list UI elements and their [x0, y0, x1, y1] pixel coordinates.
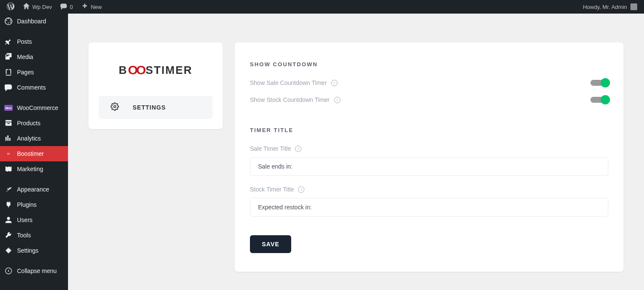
main-content: BOOSTIMER SETTINGS SHOW COUNTDOWN Show S… — [68, 14, 644, 290]
sidebar-item-media[interactable]: Media — [0, 49, 68, 65]
sidebar-item-marketing[interactable]: Marketing — [0, 161, 68, 177]
marketing-icon — [4, 165, 13, 173]
save-button[interactable]: SAVE — [250, 235, 291, 253]
comment-count: 0 — [70, 4, 73, 10]
plugins-icon — [4, 200, 13, 209]
timer-section-title: TIMER TITLE — [250, 127, 608, 133]
sidebar-item-label: Comments — [17, 84, 46, 91]
comment-icon — [60, 3, 67, 11]
settings-tab[interactable]: SETTINGS — [99, 96, 213, 119]
sidebar-item-boostimer[interactable]: ∞ Boostimer — [0, 146, 68, 161]
sale-title-input[interactable] — [250, 157, 608, 176]
sale-countdown-toggle[interactable] — [590, 80, 608, 86]
wordpress-icon — [7, 3, 14, 11]
sidebar-item-users[interactable]: Users — [0, 212, 68, 228]
sidebar-item-pages[interactable]: Pages — [0, 65, 68, 80]
info-icon[interactable]: i — [295, 146, 301, 152]
sale-countdown-label: Show Sale Countdown Timer i — [250, 79, 338, 86]
stock-title-input[interactable] — [250, 198, 608, 217]
pin-icon — [4, 37, 13, 46]
plugin-logo: BOOSTIMER — [119, 63, 193, 77]
comment-icon — [4, 83, 13, 92]
sidebar-item-dashboard[interactable]: Dashboard — [0, 14, 68, 29]
info-icon[interactable]: i — [334, 97, 340, 103]
info-icon[interactable]: i — [331, 80, 338, 86]
sidebar-item-label: Tools — [17, 232, 31, 239]
analytics-icon — [4, 134, 13, 143]
comments-menu[interactable]: 0 — [57, 0, 76, 14]
plus-icon — [81, 3, 88, 11]
collapse-icon — [4, 267, 13, 275]
wp-logo-menu[interactable] — [3, 0, 18, 14]
home-icon — [23, 3, 30, 11]
stock-countdown-toggle[interactable] — [590, 97, 608, 103]
settings-panel: SHOW COUNTDOWN Show Sale Countdown Timer… — [235, 42, 624, 272]
sidebar-item-analytics[interactable]: Analytics — [0, 131, 68, 146]
sidebar-item-label: Boostimer — [17, 150, 44, 157]
sidebar-item-label: Dashboard — [17, 18, 46, 25]
products-icon — [4, 119, 13, 127]
boostimer-icon: ∞ — [4, 149, 13, 158]
dashboard-icon — [4, 17, 13, 25]
media-icon — [4, 53, 13, 61]
site-name-menu[interactable]: Wp Dev — [20, 0, 55, 14]
sidebar-item-label: Plugins — [17, 201, 37, 208]
sidebar-item-posts[interactable]: Posts — [0, 34, 68, 49]
sale-title-label: Sale Timer Title i — [250, 145, 608, 152]
sidebar-item-appearance[interactable]: Appearance — [0, 182, 68, 197]
sidebar-item-label: Media — [17, 53, 33, 60]
admin-sidebar: Dashboard Posts Media Pages Comments Woo… — [0, 14, 68, 290]
users-icon — [4, 216, 13, 224]
settings-tab-label: SETTINGS — [133, 104, 166, 111]
sidebar-item-tools[interactable]: Tools — [0, 228, 68, 243]
sidebar-item-label: Posts — [17, 38, 32, 45]
new-content-menu[interactable]: New — [78, 0, 105, 14]
countdown-section-title: SHOW COUNTDOWN — [250, 61, 608, 68]
sidebar-item-label: Analytics — [17, 135, 41, 142]
sidebar-item-woocommerce[interactable]: Woo WooCommerce — [0, 100, 68, 115]
info-icon[interactable]: i — [298, 186, 304, 193]
sidebar-item-label: Pages — [17, 69, 34, 76]
sidebar-item-settings[interactable]: Settings — [0, 243, 68, 258]
sidebar-item-label: Products — [17, 120, 40, 127]
svg-point-1 — [114, 106, 116, 108]
sidebar-item-label: Settings — [17, 247, 39, 254]
settings-icon — [4, 246, 13, 255]
sidebar-item-label: WooCommerce — [17, 104, 58, 111]
sidebar-item-label: Marketing — [17, 166, 43, 172]
new-label: New — [91, 4, 102, 10]
admin-bar: Wp Dev 0 New Howdy, Mr. Admin — [0, 0, 644, 14]
tools-icon — [4, 231, 13, 239]
site-name: Wp Dev — [32, 4, 52, 10]
woocommerce-icon: Woo — [4, 104, 13, 112]
sidebar-item-plugins[interactable]: Plugins — [0, 197, 68, 212]
avatar — [630, 3, 637, 10]
gear-icon — [111, 102, 119, 113]
account-menu[interactable]: Howdy, Mr. Admin — [583, 3, 641, 10]
pages-icon — [4, 68, 13, 76]
sidebar-item-products[interactable]: Products — [0, 115, 68, 131]
sidebar-collapse[interactable]: Collapse menu — [0, 263, 68, 279]
stock-title-label: Stock Timer Title i — [250, 186, 608, 193]
sidebar-item-label: Users — [17, 217, 33, 223]
sidebar-item-label: Appearance — [17, 186, 49, 193]
sidebar-item-label: Collapse menu — [17, 267, 57, 274]
sidebar-item-comments[interactable]: Comments — [0, 80, 68, 95]
howdy-text: Howdy, Mr. Admin — [583, 4, 627, 10]
stock-countdown-label: Show Stock Countdown Timer i — [250, 96, 340, 103]
appearance-icon — [4, 185, 13, 194]
plugin-nav-card: BOOSTIMER SETTINGS — [88, 42, 223, 129]
